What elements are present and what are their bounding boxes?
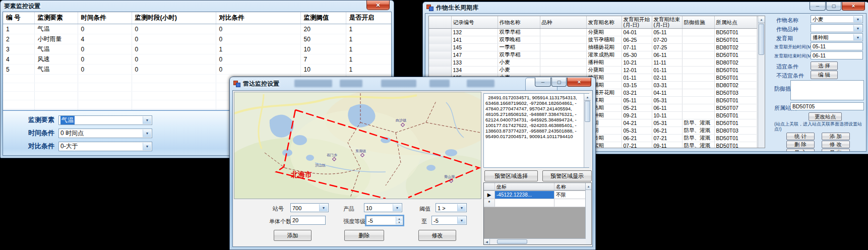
chevron-down-icon[interactable]: ▼ bbox=[853, 16, 862, 22]
column-header[interactable]: 监测阈值 bbox=[300, 12, 346, 24]
scroll-up-icon[interactable]: ▲ bbox=[584, 94, 591, 101]
column-header[interactable]: 所属站点 bbox=[714, 16, 757, 29]
station-input[interactable]: BD50T05 bbox=[790, 102, 864, 110]
vertical-scrollbar[interactable]: ▲ bbox=[758, 16, 765, 148]
table-row[interactable]: 145一季稻抽穗扬花期07-1107-25BD80T02 bbox=[429, 44, 757, 51]
table-row[interactable]: 1气温000201 bbox=[3, 24, 391, 34]
column-header[interactable]: 发育期开始(月-日) bbox=[622, 16, 652, 29]
column-header[interactable]: 是否开启 bbox=[346, 12, 391, 24]
minimize-button[interactable]: ─ bbox=[810, 2, 826, 11]
column-header[interactable]: 对比条件 bbox=[216, 12, 300, 24]
stage-combobox[interactable]: 播种期 ▼ bbox=[811, 33, 863, 41]
chevron-down-icon[interactable]: ▼ bbox=[457, 217, 466, 224]
close-button[interactable]: ✕ bbox=[567, 78, 591, 87]
table-row[interactable]: 4风速00071 bbox=[3, 54, 391, 65]
grid-new-row[interactable]: * bbox=[484, 199, 591, 207]
cell-count-input[interactable]: 20 bbox=[290, 216, 326, 225]
scrollbar-thumb[interactable] bbox=[585, 101, 590, 122]
add-button[interactable]: 添加 bbox=[274, 230, 312, 241]
table-cell: BD50T01 bbox=[714, 97, 757, 104]
horizontal-scrollbar[interactable]: ◀ bbox=[484, 238, 586, 244]
close-button[interactable]: ✕ bbox=[366, 1, 390, 10]
table-row[interactable]: 147双季早稻灌浆成熟期05-3006-11BD50T01 bbox=[429, 51, 757, 59]
column-header[interactable]: 作物名称 bbox=[498, 16, 540, 29]
export-button[interactable]: 导 出 bbox=[822, 149, 850, 152]
scrollbar-thumb[interactable] bbox=[497, 239, 527, 244]
station-no-combobox[interactable]: 700 ▼ bbox=[290, 203, 329, 212]
chevron-down-icon[interactable]: ▼ bbox=[853, 25, 862, 31]
vertical-scrollbar[interactable]: ▲ bbox=[584, 94, 591, 167]
stage-end-input[interactable]: 06-11 bbox=[811, 51, 863, 59]
table-row[interactable]: 3气温001101 bbox=[3, 44, 391, 54]
delete-button[interactable]: 删除 bbox=[344, 230, 384, 241]
chevron-down-icon[interactable]: ▼ bbox=[319, 204, 328, 211]
chevron-down-icon[interactable]: ▼ bbox=[143, 130, 151, 137]
delete-button[interactable]: 删 除 bbox=[786, 141, 815, 148]
chevron-down-icon[interactable]: ▼ bbox=[143, 116, 151, 124]
crop-variety-combobox[interactable]: ▼ bbox=[811, 24, 863, 32]
maximize-button[interactable]: ▢ bbox=[826, 2, 841, 11]
crop-name-combobox[interactable]: 小麦 ▼ bbox=[811, 15, 863, 23]
column-header[interactable]: 发育期结束(月-日) bbox=[652, 16, 682, 29]
grid-row[interactable]: ▶ -45122.12238... 不限 bbox=[484, 191, 591, 199]
column-header[interactable]: 编 号 bbox=[3, 12, 34, 24]
column-header[interactable]: 监测时段(小时) bbox=[132, 12, 216, 24]
spinner[interactable]: ▲ ▼ bbox=[396, 217, 402, 224]
table-row[interactable]: 134小麦分蘖期12-0101-11BD50T01 bbox=[429, 67, 757, 74]
column-header[interactable] bbox=[429, 16, 451, 29]
modify-button[interactable]: 修改 bbox=[418, 230, 456, 241]
modify-button[interactable]: 修 改 bbox=[822, 141, 850, 148]
scroll-up-icon[interactable]: ▲ bbox=[758, 16, 765, 23]
column-header[interactable]: 品种 bbox=[540, 16, 586, 29]
titlebar-crop-library[interactable]: 作物生长周期库 ─ ▢ ✕ bbox=[423, 2, 868, 13]
column-header[interactable]: 监测要素 bbox=[34, 12, 78, 24]
scroll-up-icon[interactable]: ▲ bbox=[586, 183, 591, 190]
coordinates-textarea[interactable]: 28491.0172034571, 905914.1131754313, 634… bbox=[483, 93, 589, 168]
unsuitable-edit-button[interactable]: 编 辑 bbox=[811, 71, 838, 79]
column-header[interactable]: 防御措施 bbox=[682, 16, 714, 29]
table-cell: 1 bbox=[346, 34, 391, 44]
change-station-button[interactable]: 更改站点 bbox=[809, 112, 842, 121]
table-cell: 小时雨量 bbox=[34, 34, 78, 44]
warning-area-display-button[interactable]: 预警区域显示 bbox=[542, 170, 592, 181]
add-button[interactable]: 添 加 bbox=[822, 133, 850, 140]
table-row[interactable]: 5气温000101 bbox=[3, 65, 391, 75]
chevron-down-icon[interactable]: ▼ bbox=[457, 204, 466, 211]
chevron-down-icon[interactable]: ▼ bbox=[393, 204, 401, 211]
intensity-updown[interactable]: -5 ▲ ▼ bbox=[366, 216, 403, 225]
chevron-down-icon[interactable]: ▼ bbox=[853, 34, 862, 40]
import-button[interactable]: 导 入 bbox=[786, 149, 815, 152]
defense-textarea[interactable] bbox=[790, 80, 864, 100]
coord-column-header[interactable]: 坐标 bbox=[495, 183, 554, 191]
close-button[interactable]: ✕ bbox=[842, 2, 865, 11]
product-combobox[interactable]: 10 ▼ bbox=[364, 203, 402, 212]
stage-start-input[interactable]: 05-11 bbox=[811, 42, 863, 50]
column-header[interactable]: 发育期名称 bbox=[586, 16, 622, 29]
column-header[interactable]: 时间条件 bbox=[78, 12, 132, 24]
scrollbar-thumb[interactable] bbox=[759, 24, 764, 55]
threshold-combobox[interactable]: 1 > ▼ bbox=[436, 203, 467, 212]
maximize-button[interactable]: ▢ bbox=[551, 78, 567, 87]
table-row[interactable]: 133小麦播种期10-2111-11BD80T02 bbox=[429, 59, 757, 67]
element-combobox[interactable]: 气温 ▼ bbox=[58, 115, 152, 125]
vertical-scrollbar[interactable]: ▲ bbox=[585, 183, 591, 244]
table-row[interactable]: 2小时雨量400501 bbox=[3, 34, 391, 44]
spin-down-icon[interactable]: ▼ bbox=[396, 221, 402, 225]
coord-cell[interactable]: -45122.12238... bbox=[495, 191, 554, 199]
minimize-button[interactable]: ─ bbox=[535, 78, 551, 87]
suitable-select-button[interactable]: 选 择 bbox=[811, 61, 838, 70]
table-row[interactable]: 141双季晚稻拔节孕穗期06-2507-20BD50T01 bbox=[429, 36, 757, 44]
warning-area-select-button[interactable]: 预警区域选择 bbox=[484, 170, 538, 181]
table-row[interactable]: 132双季早稻分蘖期04-0105-11BD50T01 bbox=[429, 29, 757, 36]
to-combobox[interactable]: -5 ▼ bbox=[431, 216, 467, 225]
stat-button[interactable]: 统 计 bbox=[786, 133, 815, 140]
spin-up-icon[interactable]: ▲ bbox=[396, 217, 402, 221]
map-canvas[interactable]: 石门乡 东湖镇 洪山区 白沙镇 青山湖 北海市 bbox=[234, 92, 481, 199]
compare-condition-combobox[interactable]: 0-大于 ▼ bbox=[58, 142, 152, 151]
scroll-left-icon[interactable]: ◀ bbox=[484, 239, 490, 244]
chevron-down-icon[interactable]: ▼ bbox=[143, 143, 151, 150]
titlebar-radar-monitor[interactable]: 雷达监控设置 ⇔ ─ ▢ ✕ bbox=[230, 77, 595, 90]
titlebar-element-monitor[interactable]: 要素监控设置 ✕ bbox=[1, 1, 394, 12]
column-header[interactable]: 记录编号 bbox=[451, 16, 498, 29]
time-condition-combobox[interactable]: 0 时间点 ▼ bbox=[58, 129, 152, 138]
